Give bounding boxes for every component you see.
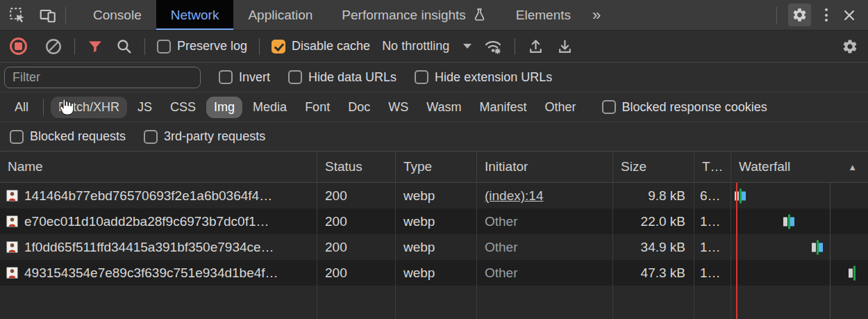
request-initiator: Other: [485, 214, 518, 229]
device-toolbar-icon[interactable]: [39, 6, 57, 24]
image-thumbnail-icon: [6, 215, 18, 227]
toolbar-separator-1: [74, 38, 75, 55]
sort-ascending-icon: ▲: [848, 162, 857, 172]
invert-checkbox[interactable]: [219, 70, 233, 84]
type-filter-css[interactable]: CSS: [162, 97, 203, 118]
column-header-name[interactable]: Name: [0, 152, 317, 182]
type-filter-doc[interactable]: Doc: [340, 97, 378, 118]
type-filter-fetch-xhr[interactable]: Fetch/XHR: [51, 97, 127, 118]
type-filter-img[interactable]: Img: [206, 97, 242, 118]
chevron-down-icon: [463, 44, 471, 49]
image-thumbnail-icon: [6, 267, 18, 279]
devtools-window: Console Network Application Performance …: [0, 0, 868, 319]
network-conditions-icon[interactable]: [483, 37, 503, 56]
preserve-log-checkbox[interactable]: [157, 40, 171, 54]
tab-elements[interactable]: Elements: [501, 0, 585, 30]
hide-data-urls-checkbox[interactable]: [288, 70, 302, 84]
tab-performance-insights-label: Performance insights: [342, 8, 465, 23]
import-har-icon[interactable]: [527, 38, 544, 55]
requests-table-body: 141464b77ebd76570693f2e1a6b0364f4… 200 w…: [0, 183, 868, 319]
request-time: 6…: [694, 188, 731, 204]
column-header-status[interactable]: Status: [317, 152, 396, 182]
request-row-3[interactable]: 1f0dd65f511ffd34415a391bf350e7934ce… 200…: [0, 234, 868, 260]
blocked-requests-label: Blocked requests: [30, 129, 126, 144]
column-header-size[interactable]: Size: [613, 152, 694, 182]
search-icon[interactable]: [115, 38, 133, 55]
record-network-log-icon[interactable]: [10, 38, 27, 55]
panel-tabs: Console Network Application Performance …: [78, 0, 606, 30]
tab-application[interactable]: Application: [233, 0, 327, 30]
inspect-element-icon[interactable]: [8, 6, 26, 24]
throttling-dropdown[interactable]: No throttling: [382, 39, 471, 54]
blocked-response-cookies-checkbox[interactable]: [602, 100, 616, 114]
preserve-log-label: Preserve log: [177, 39, 247, 54]
type-filter-ws[interactable]: WS: [381, 97, 416, 118]
kebab-menu-icon[interactable]: [822, 8, 831, 22]
preserve-log-checkbox-group[interactable]: Preserve log: [157, 39, 247, 54]
blocked-response-cookies-label: Blocked response cookies: [622, 100, 767, 115]
tab-network[interactable]: Network: [156, 0, 234, 30]
hide-extension-urls-checkbox-group[interactable]: Hide extension URLs: [415, 70, 552, 85]
hide-data-urls-checkbox-group[interactable]: Hide data URLs: [288, 70, 397, 85]
network-settings-gear-icon[interactable]: [842, 38, 858, 55]
column-header-time[interactable]: T…: [694, 152, 731, 182]
request-status: 200: [317, 240, 396, 255]
request-initiator: Other: [485, 265, 518, 280]
request-time: 1…: [694, 240, 731, 255]
hide-extension-urls-checkbox[interactable]: [415, 70, 428, 84]
request-waterfall: [731, 208, 868, 234]
request-row-2[interactable]: e70ec011d10add2ba28f9c6973b7dc0f1… 200 w…: [0, 208, 868, 234]
network-toolbar: Preserve log Disable cache No throttling: [0, 31, 868, 63]
blocked-requests-checkbox-group[interactable]: Blocked requests: [10, 129, 126, 144]
filter-input[interactable]: [4, 67, 201, 88]
type-filter-media[interactable]: Media: [245, 97, 294, 118]
third-party-requests-checkbox[interactable]: [144, 130, 158, 144]
request-initiator-link[interactable]: (index):14: [485, 188, 544, 203]
request-row-1[interactable]: 141464b77ebd76570693f2e1a6b0364f4… 200 w…: [0, 183, 868, 208]
request-size: 9.8 kB: [613, 188, 694, 204]
request-size: 34.9 kB: [613, 240, 694, 255]
toolbar-separator-2: [144, 38, 145, 55]
filter-funnel-icon[interactable]: [87, 38, 103, 55]
disable-cache-checkbox-group[interactable]: Disable cache: [272, 39, 370, 54]
request-type-filters: All Fetch/XHR JS CSS Img Media Font Doc …: [0, 92, 868, 122]
blocked-requests-checkbox[interactable]: [10, 130, 24, 144]
settings-gear-icon[interactable]: [788, 3, 811, 26]
type-filter-font[interactable]: Font: [297, 97, 337, 118]
clear-network-log-icon[interactable]: [44, 38, 62, 56]
type-filter-other[interactable]: Other: [537, 97, 584, 118]
hide-extension-urls-label: Hide extension URLs: [435, 70, 552, 85]
column-header-type[interactable]: Type: [396, 152, 477, 182]
third-party-requests-checkbox-group[interactable]: 3rd-party requests: [144, 129, 265, 144]
request-type: webp: [396, 240, 477, 255]
close-devtools-icon[interactable]: [842, 8, 857, 23]
request-status: 200: [317, 214, 396, 229]
tab-performance-insights[interactable]: Performance insights: [327, 0, 501, 30]
waterfall-download-bar: [742, 191, 746, 200]
invert-checkbox-group[interactable]: Invert: [219, 70, 270, 85]
type-filter-all[interactable]: All: [7, 97, 36, 118]
request-status: 200: [317, 265, 396, 281]
column-header-initiator[interactable]: Initiator: [477, 152, 613, 182]
waterfall-download-bar: [790, 217, 794, 226]
request-status: 200: [317, 188, 396, 204]
blocked-response-cookies-checkbox-group[interactable]: Blocked response cookies: [602, 100, 767, 115]
request-row-4[interactable]: 493154354e7e89c3f639c751e934d1be4f… 200 …: [0, 260, 868, 286]
type-filter-js[interactable]: JS: [130, 97, 160, 118]
tab-console[interactable]: Console: [78, 0, 156, 30]
disable-cache-checkbox[interactable]: [272, 40, 285, 54]
type-filter-manifest[interactable]: Manifest: [472, 97, 535, 118]
type-filter-wasm[interactable]: Wasm: [419, 97, 469, 118]
request-name-cell: 493154354e7e89c3f639c751e934d1be4f…: [0, 265, 317, 281]
tab-elements-label: Elements: [516, 8, 571, 23]
waterfall-stalled-bar: [783, 217, 787, 226]
column-header-waterfall[interactable]: Waterfall ▲: [731, 152, 868, 182]
more-tabs-button[interactable]: »: [585, 0, 606, 30]
request-type: webp: [396, 188, 477, 204]
request-size: 22.0 kB: [613, 214, 694, 229]
type-filter-separator: [43, 99, 44, 115]
tab-application-label: Application: [248, 8, 312, 23]
image-thumbnail-icon: [6, 241, 18, 253]
export-har-icon[interactable]: [556, 38, 574, 55]
throttling-selected-value: No throttling: [382, 39, 449, 54]
